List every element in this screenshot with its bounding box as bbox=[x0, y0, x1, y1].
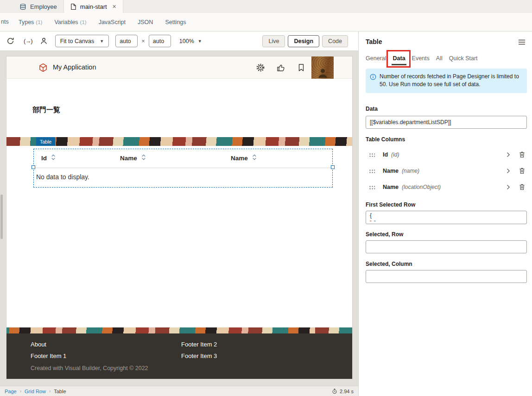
window-tab-bar: Employee main-start × bbox=[0, 0, 532, 13]
tab-components-partial[interactable]: nts bbox=[1, 19, 9, 25]
decor-strip-bottom bbox=[6, 327, 352, 333]
footer-copyright: Created with Visual Builder, Copyright ©… bbox=[31, 365, 148, 371]
column-name: Name bbox=[383, 184, 399, 190]
table-column-row[interactable]: Id (id) bbox=[359, 146, 532, 163]
selected-column-label: Selected, Column bbox=[366, 261, 412, 267]
trash-icon[interactable] bbox=[519, 183, 525, 190]
hamburger-menu-icon[interactable] bbox=[518, 39, 526, 46]
column-name: Id bbox=[383, 151, 388, 158]
drag-handle-icon[interactable] bbox=[369, 169, 375, 173]
visual-builder-window: Employee main-start × nts Types (1) Vari… bbox=[0, 0, 532, 396]
designer-tab-bar: nts Types (1) Variables (1) JavaScript J… bbox=[0, 13, 532, 31]
breadcrumb-table[interactable]: Table bbox=[54, 389, 66, 394]
tab-quick-start[interactable]: Quick Start bbox=[449, 52, 478, 65]
gear-icon[interactable] bbox=[256, 63, 265, 72]
tab-types[interactable]: Types (1) bbox=[19, 19, 42, 25]
data-input[interactable] bbox=[366, 116, 527, 129]
breadcrumb-page[interactable]: Page bbox=[5, 389, 17, 394]
drag-handle-icon[interactable] bbox=[369, 153, 375, 157]
preview-app-header: My Application bbox=[6, 57, 352, 79]
footer-link-item2[interactable]: Footer Item 2 bbox=[181, 341, 217, 348]
tab-types-label: Types bbox=[19, 19, 34, 25]
table-header-name2-label: Name bbox=[231, 155, 248, 162]
table-columns-label: Table Columns bbox=[366, 136, 405, 143]
user-role-icon[interactable] bbox=[40, 37, 48, 45]
tab-variables[interactable]: Variables (1) bbox=[54, 19, 86, 25]
designer-area: (→) Fit to Canvas ▼ × 100% ▼ Live Design… bbox=[0, 31, 358, 386]
page-icon bbox=[70, 3, 76, 10]
tab-general[interactable]: General bbox=[366, 52, 386, 65]
tab-main-start[interactable]: main-start × bbox=[63, 0, 123, 13]
employee-app-icon bbox=[19, 3, 26, 10]
refresh-icon[interactable] bbox=[6, 37, 14, 45]
tab-events[interactable]: Events bbox=[412, 52, 430, 65]
breadcrumb-grid-row[interactable]: Grid Row bbox=[25, 389, 46, 394]
footer-link-item3[interactable]: Footer Item 3 bbox=[181, 352, 217, 359]
chevron-down-icon: ▼ bbox=[100, 39, 104, 44]
footer-link-item1[interactable]: Footer Item 1 bbox=[31, 352, 66, 359]
tab-json[interactable]: JSON bbox=[138, 19, 153, 25]
footer-link-about[interactable]: About bbox=[31, 341, 46, 348]
stopwatch-icon bbox=[332, 388, 337, 394]
tab-employee[interactable]: Employee bbox=[13, 0, 63, 13]
sort-icon[interactable] bbox=[51, 154, 56, 162]
info-banner: Number of records fetched in Page Design… bbox=[366, 69, 527, 93]
first-selected-row-input[interactable]: { ".." bbox=[366, 211, 527, 224]
app-logo-icon bbox=[38, 63, 48, 73]
decor-strip-top bbox=[6, 137, 352, 146]
table-header-name1[interactable]: Name bbox=[120, 154, 146, 162]
sort-icon[interactable] bbox=[252, 154, 257, 162]
tab-settings-label: Settings bbox=[165, 19, 186, 25]
selected-row-input[interactable] bbox=[366, 240, 527, 253]
tab-data[interactable]: Data bbox=[393, 52, 405, 65]
expression-icon[interactable]: (→) bbox=[24, 38, 32, 44]
table-header-divider bbox=[34, 168, 332, 168]
selected-column-input[interactable] bbox=[366, 270, 527, 283]
tab-types-count: (1) bbox=[36, 19, 42, 25]
canvas-width-input[interactable] bbox=[115, 35, 138, 47]
avatar[interactable] bbox=[311, 57, 334, 79]
tab-all[interactable]: All bbox=[436, 52, 443, 65]
preview-page-title: 部門一覧 bbox=[32, 106, 60, 114]
first-selected-row-overflow: ".." bbox=[370, 220, 523, 224]
thumbs-up-icon[interactable] bbox=[276, 63, 285, 72]
design-button[interactable]: Design bbox=[288, 35, 319, 47]
canvas-height-input[interactable] bbox=[149, 35, 171, 47]
table-header-name2[interactable]: Name bbox=[231, 154, 257, 162]
breadcrumb-separator-icon: › bbox=[20, 389, 21, 394]
left-scrollbar[interactable] bbox=[0, 195, 3, 239]
status-bar: Page › Grid Row › Table 2.94 s bbox=[0, 386, 358, 396]
tab-settings[interactable]: Settings bbox=[165, 19, 186, 25]
zoom-select[interactable]: 100% ▼ bbox=[179, 38, 202, 44]
code-button[interactable]: Code bbox=[322, 35, 348, 47]
property-inspector: Table General Data Events All Quick Star… bbox=[358, 31, 532, 396]
dimension-separator: × bbox=[141, 38, 145, 44]
table-header-id[interactable]: Id bbox=[41, 154, 56, 162]
table-header-id-label: Id bbox=[41, 155, 47, 162]
mode-switcher: Live Design Code bbox=[262, 35, 348, 47]
bookmark-icon[interactable] bbox=[297, 63, 306, 72]
trash-icon[interactable] bbox=[519, 151, 525, 158]
tab-javascript[interactable]: JavaScript bbox=[99, 19, 126, 25]
close-icon[interactable]: × bbox=[113, 3, 116, 10]
chevron-right-icon[interactable] bbox=[507, 168, 510, 174]
drag-handle-icon[interactable] bbox=[369, 185, 375, 189]
fit-to-canvas-select[interactable]: Fit to Canvas ▼ bbox=[55, 35, 109, 47]
table-component[interactable]: Id Name Name bbox=[33, 149, 333, 188]
column-field: (name) bbox=[402, 168, 419, 174]
chevron-right-icon[interactable] bbox=[507, 152, 510, 157]
tab-json-label: JSON bbox=[138, 19, 153, 25]
sort-icon[interactable] bbox=[141, 154, 146, 162]
live-button[interactable]: Live bbox=[262, 35, 285, 47]
selection-handle-left[interactable] bbox=[32, 165, 35, 169]
preview-header-icons bbox=[256, 57, 306, 79]
table-selection-badge: Table bbox=[36, 137, 55, 146]
inspector-tabs: General Data Events All Quick Start bbox=[366, 52, 478, 65]
table-column-row[interactable]: Name (name) bbox=[359, 163, 532, 179]
trash-icon[interactable] bbox=[519, 167, 525, 174]
selection-handle-right[interactable] bbox=[331, 165, 335, 169]
table-column-row[interactable]: Name (locationObject) bbox=[359, 179, 532, 195]
chevron-right-icon[interactable] bbox=[507, 184, 510, 190]
selected-row-label: Selected, Row bbox=[366, 231, 403, 238]
column-name: Name bbox=[383, 168, 399, 174]
